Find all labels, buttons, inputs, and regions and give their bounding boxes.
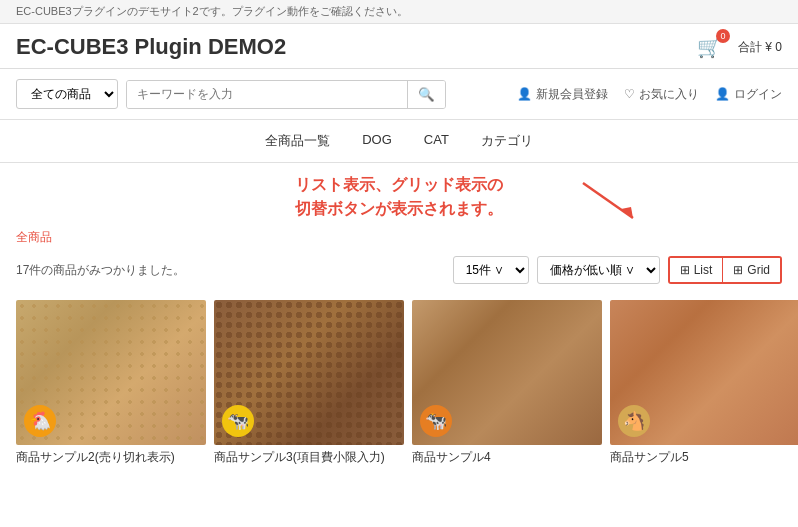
topbar-notice: EC-CUBE3プラグインのデモサイト2です。プラグイン動作をご確認ください。 — [16, 5, 408, 17]
product-badge: 🐄 — [420, 405, 452, 437]
view-grid-button[interactable]: ⊞ Grid — [722, 258, 780, 282]
search-actions: 👤 新規会員登録 ♡ お気に入り 👤 ログイン — [517, 86, 782, 103]
svg-line-0 — [583, 183, 633, 218]
svg-marker-1 — [621, 207, 633, 218]
view-list-button[interactable]: ⊞ List — [670, 258, 723, 282]
nav-dog[interactable]: DOG — [362, 130, 392, 152]
product-card[interactable]: 🐔商品サンプル2(売り切れ表示) — [16, 300, 206, 466]
product-name: 商品サンプル5 — [610, 449, 798, 466]
grid-icon: ⊞ — [733, 263, 743, 277]
cart-icon-wrap[interactable]: 🛒 0 — [697, 35, 722, 59]
product-image: 🐴 — [610, 300, 798, 445]
product-header: 17件の商品がみつかりました。 15件 ∨ 価格が低い順 ∨ ⊞ List ⊞ … — [0, 250, 798, 290]
sort-select[interactable]: 価格が低い順 ∨ — [537, 256, 660, 284]
breadcrumb: 全商品 — [0, 221, 798, 250]
topbar: EC-CUBE3プラグインのデモサイト2です。プラグイン動作をご確認ください。 — [0, 0, 798, 24]
login-icon: 👤 — [715, 87, 730, 101]
search-icon: 🔍 — [418, 87, 435, 102]
product-name: 商品サンプル3(項目費小限入力) — [214, 449, 404, 466]
favorites-link[interactable]: ♡ お気に入り — [624, 86, 699, 103]
search-input-wrap: 🔍 — [126, 80, 446, 109]
product-grid: 🐔商品サンプル2(売り切れ表示)🐄商品サンプル3(項目費小限入力)🐄商品サンプル… — [0, 290, 798, 476]
nav-cat[interactable]: CAT — [424, 130, 449, 152]
annotation-arrow — [523, 173, 643, 233]
navigation: 全商品一覧 DOG CAT カテゴリ — [0, 120, 798, 163]
search-bar: 全ての商品 🔍 👤 新規会員登録 ♡ お気に入り 👤 ログイン — [0, 69, 798, 120]
person-icon: 👤 — [517, 87, 532, 101]
per-page-select[interactable]: 15件 ∨ — [453, 256, 529, 284]
product-badge: 🐄 — [222, 405, 254, 437]
breadcrumb-link[interactable]: 全商品 — [16, 230, 52, 244]
site-title: EC-CUBE3 Plugin DEMO2 — [16, 34, 286, 60]
list-icon: ⊞ — [680, 263, 690, 277]
product-controls: 15件 ∨ 価格が低い順 ∨ ⊞ List ⊞ Grid — [453, 256, 782, 284]
product-count: 17件の商品がみつかりました。 — [16, 262, 185, 279]
product-name: 商品サンプル2(売り切れ表示) — [16, 449, 206, 466]
nav-category[interactable]: カテゴリ — [481, 130, 533, 152]
product-name: 商品サンプル4 — [412, 449, 602, 466]
new-member-link[interactable]: 👤 新規会員登録 — [517, 86, 608, 103]
cart-badge: 0 — [716, 29, 730, 43]
header: EC-CUBE3 Plugin DEMO2 🛒 0 合計 ¥ 0 — [0, 24, 798, 69]
product-image: 🐄 — [214, 300, 404, 445]
product-badge: 🐔 — [24, 405, 56, 437]
product-image: 🐔 — [16, 300, 206, 445]
cart-total: 合計 ¥ 0 — [738, 39, 782, 56]
annotation-box: リスト表示、グリッド表示の切替ボタンが表示されます。 — [16, 173, 782, 221]
product-card[interactable]: 🐄商品サンプル4 — [412, 300, 602, 466]
cart-area: 🛒 0 合計 ¥ 0 — [697, 35, 782, 59]
nav-all-products[interactable]: 全商品一覧 — [265, 130, 330, 152]
annotation-text: リスト表示、グリッド表示の切替ボタンが表示されます。 — [16, 173, 782, 221]
search-button[interactable]: 🔍 — [407, 81, 445, 108]
category-select[interactable]: 全ての商品 — [16, 79, 118, 109]
view-toggle: ⊞ List ⊞ Grid — [668, 256, 782, 284]
search-input[interactable] — [127, 81, 407, 108]
product-badge: 🐴 — [618, 405, 650, 437]
product-card[interactable]: 🐴商品サンプル5 — [610, 300, 798, 466]
product-image: 🐄 — [412, 300, 602, 445]
annotation-area: リスト表示、グリッド表示の切替ボタンが表示されます。 — [0, 163, 798, 221]
product-card[interactable]: 🐄商品サンプル3(項目費小限入力) — [214, 300, 404, 466]
login-link[interactable]: 👤 ログイン — [715, 86, 782, 103]
heart-icon: ♡ — [624, 87, 635, 101]
